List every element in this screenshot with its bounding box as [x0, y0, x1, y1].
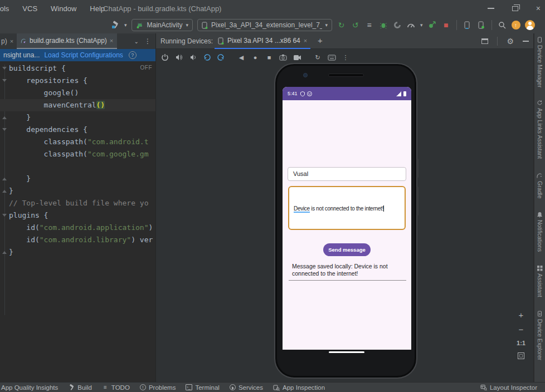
profile-avatar-icon[interactable]: [525, 20, 535, 30]
stripe-notifications[interactable]: Notifications: [537, 212, 543, 252]
todo-list-icon: ≡: [102, 384, 109, 391]
screen-record-icon[interactable]: [293, 53, 301, 62]
message-textarea[interactable]: Device is not connected to the internet!: [288, 186, 406, 230]
gear-icon[interactable]: ⚙: [507, 37, 514, 46]
run-configuration-select[interactable]: MainActivity ▾: [132, 19, 193, 31]
layout-inspector-icon: [480, 384, 487, 391]
tool-services[interactable]: Services: [230, 384, 263, 391]
zoom-fit-button[interactable]: [518, 352, 524, 359]
restore-icon[interactable]: [512, 6, 518, 11]
load-script-configurations-link[interactable]: Load Script Configurations: [44, 51, 123, 59]
gesture-navigation-bar[interactable]: [329, 351, 364, 353]
more-options-kebab-icon[interactable]: ⋮: [341, 53, 350, 62]
editor-tab-active[interactable]: build.gradle.kts (ChatApp) ×: [17, 33, 117, 49]
stripe-device-explorer[interactable]: Device Explorer: [537, 311, 543, 360]
tab-label: build.gradle.kts (ChatApp): [30, 37, 107, 45]
build-dropdown-icon[interactable]: ▾: [124, 22, 127, 28]
fold-icon[interactable]: [2, 116, 7, 119]
close-icon[interactable]: ×: [10, 38, 13, 45]
editor-tab-partial[interactable]: p) ×: [0, 33, 17, 49]
overview-icon[interactable]: ■: [265, 53, 274, 62]
volume-side-button: [417, 187, 419, 215]
rotate-right-icon[interactable]: [216, 53, 225, 62]
tab-options-kebab-icon[interactable]: ⋮: [144, 37, 151, 45]
device-screen[interactable]: 5:41 Vusal Device is not connected to th…: [283, 87, 411, 350]
device-tab[interactable]: Pixel 3a API 34 ...x86 64 ×: [215, 33, 310, 49]
code-line: id("com.android.application"): [0, 222, 155, 234]
menu-tools[interactable]: Tools: [0, 4, 9, 13]
hide-panel-icon[interactable]: [523, 41, 529, 42]
volume-up-icon[interactable]: [174, 53, 183, 62]
fold-icon[interactable]: [2, 251, 7, 254]
hammer-icon: [68, 384, 75, 391]
stripe-app-links-assistant[interactable]: App Links Assistant: [537, 100, 543, 159]
tool-layout-inspector[interactable]: Layout Inspector: [480, 384, 537, 391]
rerun-icon[interactable]: ↻: [337, 21, 346, 30]
tool-todo[interactable]: ≡ TODO: [102, 384, 130, 391]
title-bar: Tools VCS Window Help ChatApp - build.gr…: [0, 0, 545, 17]
hidden-tabs-chevron-icon[interactable]: ⌄: [134, 38, 139, 45]
device-select[interactable]: Pixel_3a_API_34_extension_level_7_x86 ▾: [197, 19, 332, 31]
tool-problems[interactable]: ! Problems: [140, 384, 176, 391]
zoom-out-button[interactable]: −: [519, 325, 524, 334]
send-message-button[interactable]: Send message: [323, 243, 371, 256]
build-hammer-icon[interactable]: [110, 21, 120, 30]
home-icon[interactable]: ●: [251, 53, 260, 62]
fold-icon[interactable]: [2, 190, 7, 193]
float-window-icon[interactable]: [481, 38, 488, 44]
mirror-device-icon[interactable]: [476, 21, 486, 30]
minimize-icon[interactable]: [488, 8, 494, 9]
reset-view-icon[interactable]: ↻: [313, 53, 322, 62]
chevron-down-icon: ▾: [186, 22, 189, 28]
search-icon[interactable]: [498, 21, 507, 30]
menu-vcs[interactable]: VCS: [22, 4, 37, 13]
close-icon[interactable]: ×: [110, 37, 113, 44]
signal-icon: [396, 91, 402, 96]
fold-icon[interactable]: [2, 67, 7, 70]
add-device-button[interactable]: +: [318, 33, 323, 48]
fold-icon[interactable]: [2, 79, 7, 82]
banner-text: nsight una...: [3, 51, 40, 59]
volume-down-icon[interactable]: [188, 53, 197, 62]
attach-debugger-icon[interactable]: [427, 21, 437, 30]
back-icon[interactable]: ◀: [237, 53, 246, 62]
zoom-actual-size-button[interactable]: 1:1: [517, 340, 525, 346]
android-status-bar: 5:41: [283, 87, 411, 100]
stripe-device-manager[interactable]: Device Manager: [537, 37, 543, 87]
tool-app-quality-insights[interactable]: App Quality Insights: [1, 384, 58, 391]
hardware-input-keyboard-icon[interactable]: [327, 53, 336, 62]
fold-icon[interactable]: [2, 214, 7, 217]
help-icon[interactable]: ?: [129, 51, 137, 59]
rotate-left-icon[interactable]: [202, 53, 211, 62]
stop-icon[interactable]: ■: [441, 21, 451, 30]
update-notification-icon[interactable]: ↑: [512, 21, 520, 30]
fold-icon[interactable]: [2, 178, 7, 180]
status-divider: [289, 280, 406, 281]
name-input[interactable]: Vusal: [288, 167, 406, 181]
profiler-icon[interactable]: [392, 21, 402, 30]
message-text: Device is not connected to the internet!: [294, 205, 384, 212]
close-icon[interactable]: ×: [304, 37, 307, 44]
tool-app-inspection[interactable]: App Inspection: [273, 384, 325, 391]
code-line: classpath("com.google.gm: [0, 148, 155, 160]
gradle-file-icon: [21, 38, 27, 44]
stripe-gradle[interactable]: Gradle: [537, 173, 543, 199]
zoom-in-button[interactable]: +: [519, 311, 524, 319]
power-icon[interactable]: [160, 53, 169, 62]
code-line: }: [0, 246, 155, 258]
stripe-assistant[interactable]: Assistant: [537, 265, 543, 297]
debug-icon[interactable]: [378, 21, 388, 30]
menu-window[interactable]: Window: [51, 4, 76, 13]
apply-changes-icon[interactable]: ↺: [351, 21, 360, 30]
run-configurations-list-icon[interactable]: ≡: [364, 21, 374, 30]
gauge-dropdown-icon[interactable]: ▾: [420, 22, 423, 28]
fold-icon[interactable]: [2, 128, 7, 131]
code-editor[interactable]: OFF buildscript { repositories { google(…: [0, 61, 155, 382]
tool-terminal[interactable]: ›_ Terminal: [186, 384, 219, 391]
device-manager-icon[interactable]: [463, 21, 472, 30]
tool-build[interactable]: Build: [68, 384, 92, 391]
close-icon[interactable]: ×: [536, 4, 541, 13]
code-line: }: [0, 111, 155, 124]
screenshot-camera-icon[interactable]: [279, 53, 288, 62]
gauge-icon[interactable]: [406, 21, 416, 30]
